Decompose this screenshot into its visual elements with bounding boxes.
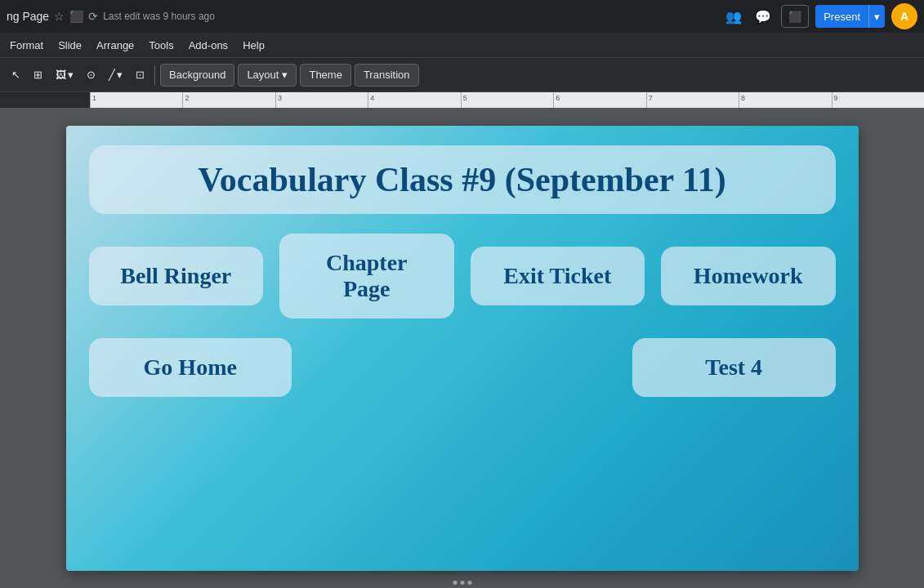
save-icon[interactable]: ⬛: [69, 10, 83, 23]
main-area: Vocabulary Class #9 (September 11) Bell …: [0, 108, 924, 588]
present-chevron[interactable]: ▾: [869, 5, 885, 28]
people-icon[interactable]: 👥: [722, 5, 745, 28]
eyedrop-tool[interactable]: ⊙: [82, 63, 100, 87]
toolbar: ↖ ⊞ 🖼 ▾ ⊙ ╱ ▾ ⊡ Background Layout ▾ Them…: [0, 57, 924, 91]
theme-label: Theme: [309, 69, 341, 81]
title-area: ng Page ☆ ⬛ ⟳ Last edit was 9 hours ago: [7, 10, 712, 23]
menu-tools[interactable]: Tools: [142, 36, 180, 55]
top-bar: ng Page ☆ ⬛ ⟳ Last edit was 9 hours ago …: [0, 0, 924, 33]
theme-button[interactable]: Theme: [300, 64, 350, 87]
ruler-mark-5: 5: [461, 92, 553, 108]
line-tool[interactable]: ╱ ▾: [104, 63, 127, 87]
homework-button[interactable]: Homework: [661, 247, 836, 305]
exit-ticket-button[interactable]: Exit Ticket: [471, 247, 645, 305]
slide-buttons-row1: Bell Ringer Chapter Page Exit Ticket Hom…: [89, 234, 836, 318]
background-label: Background: [169, 69, 225, 81]
image-icon: 🖼: [56, 69, 66, 81]
menu-addons[interactable]: Add-ons: [182, 36, 234, 55]
ruler-mark-6: 6: [553, 92, 645, 108]
eyedrop-icon: ⊙: [87, 69, 96, 81]
textbox-icon: ⊡: [136, 69, 145, 81]
ruler-mark-2: 2: [182, 92, 275, 108]
dot-1: [453, 581, 457, 585]
slideshow-icon: ⬛: [788, 11, 801, 23]
image-chevron: ▾: [68, 69, 74, 81]
star-icon[interactable]: ☆: [54, 10, 65, 23]
image-tool[interactable]: 🖼 ▾: [51, 63, 78, 87]
background-button[interactable]: Background: [160, 64, 234, 87]
ruler-mark-7: 7: [646, 92, 739, 108]
grid-icon: ⊞: [33, 69, 42, 81]
ruler-mark-1: 1: [90, 92, 182, 108]
go-home-button[interactable]: Go Home: [89, 338, 292, 397]
menu-slide[interactable]: Slide: [51, 36, 88, 55]
line-chevron: ▾: [117, 69, 123, 81]
slide-buttons-row2: Go Home Test 4: [89, 338, 836, 397]
present-main: Present: [815, 5, 869, 28]
slide-title-text: Vocabulary Class #9 (September 11): [198, 161, 725, 198]
history-icon[interactable]: ⟳: [88, 10, 98, 23]
grid-tool[interactable]: ⊞: [29, 63, 47, 87]
transition-button[interactable]: Transition: [355, 64, 419, 87]
layout-chevron-icon: ▾: [282, 69, 288, 81]
last-edit-text: Last edit was 9 hours ago: [103, 11, 215, 22]
slide-title-box: Vocabulary Class #9 (September 11): [89, 145, 836, 214]
slide-panel: Vocabulary Class #9 (September 11) Bell …: [0, 108, 924, 588]
ruler-mark-8: 8: [739, 92, 831, 108]
ruler-mark-4: 4: [368, 92, 460, 108]
line-icon: ╱: [109, 69, 115, 81]
cursor-icon: ↖: [11, 69, 20, 81]
top-right-area: 👥 💬 ⬛ Present ▾ A: [722, 3, 917, 29]
ruler-mark-3: 3: [275, 92, 368, 108]
slideshow-button[interactable]: ⬛: [781, 5, 809, 28]
layout-label: Layout: [247, 69, 279, 81]
bottom-dots: [453, 581, 471, 585]
avatar-letter: A: [900, 10, 908, 23]
toolbar-separator-1: [154, 65, 155, 85]
test4-button[interactable]: Test 4: [632, 338, 836, 397]
textbox-tool[interactable]: ⊡: [131, 63, 150, 87]
chapter-page-button[interactable]: Chapter Page: [279, 234, 454, 318]
menu-format[interactable]: Format: [3, 36, 50, 55]
dot-3: [467, 581, 471, 585]
menu-arrange[interactable]: Arrange: [90, 36, 141, 55]
ruler-inner: 1 2 3 4 5 6 7 8 9: [90, 92, 924, 108]
dot-2: [460, 581, 464, 585]
present-label: Present: [824, 11, 860, 23]
select-tool[interactable]: ↖: [7, 63, 25, 87]
slide-title: ng Page: [7, 10, 49, 23]
present-button[interactable]: Present ▾: [815, 5, 885, 28]
menu-help[interactable]: Help: [236, 36, 271, 55]
slide[interactable]: Vocabulary Class #9 (September 11) Bell …: [66, 126, 859, 571]
ruler-mark-9: 9: [832, 92, 924, 108]
transition-label: Transition: [364, 69, 410, 81]
ruler: 1 2 3 4 5 6 7 8 9: [0, 91, 924, 108]
ruler-marks: 1 2 3 4 5 6 7 8 9: [90, 92, 924, 108]
avatar-button[interactable]: A: [891, 3, 917, 29]
menu-bar: Format Slide Arrange Tools Add-ons Help: [0, 33, 924, 57]
bell-ringer-button[interactable]: Bell Ringer: [89, 247, 264, 305]
comment-icon[interactable]: 💬: [752, 5, 774, 28]
layout-button[interactable]: Layout ▾: [238, 64, 297, 87]
